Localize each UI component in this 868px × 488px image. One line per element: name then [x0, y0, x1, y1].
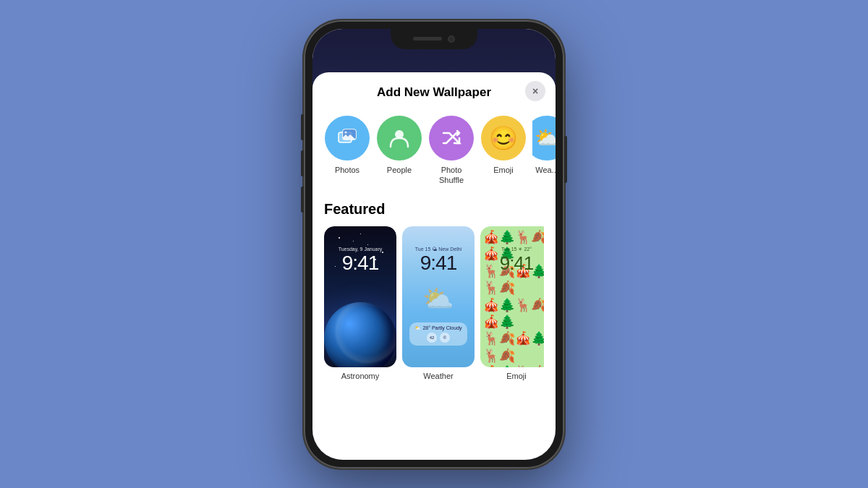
astronomy-time: Tuesday, 9 January 9:41	[324, 247, 396, 273]
astronomy-clock: 9:41	[324, 253, 396, 273]
phone-device: Add New Wallpaper ×	[304, 20, 564, 468]
astronomy-preview: Tuesday, 9 January 9:41 ⛅ 28° Partly Clo…	[324, 226, 396, 367]
emoji-preview: 🎪🌲🦌🍂🎪🌲 🦌🍂🎪🌲🦌🍂 🎪🌲🦌🍂🎪🌲 🦌🍂🎪🌲🦌🍂 🎪🌲🦌🍂🎪🌲 🦌🍂🎪🌲🦌…	[480, 226, 544, 367]
star	[339, 237, 340, 239]
categories-row: Photos People	[312, 110, 556, 197]
weather-temp-widget: ⛅ 28° Partly Cloudy 42 ©	[402, 322, 475, 346]
emoji-icon: 😊	[481, 116, 526, 160]
photo-shuffle-label: PhotoShuffle	[439, 165, 464, 186]
cloud-graphic: ⛅	[409, 284, 467, 314]
emoji-label: Emoji	[493, 165, 514, 175]
modal-header: Add New Wallpaper ×	[312, 72, 556, 110]
weather-date: Tue 15 🌤 New Delhi	[402, 247, 475, 252]
wallpaper-card-emoji[interactable]: 🎪🌲🦌🍂🎪🌲 🦌🍂🎪🌲🦌🍂 🎪🌲🦌🍂🎪🌲 🦌🍂🎪🌲🦌🍂 🎪🌲🦌🍂🎪🌲 🦌🍂🎪🌲🦌…	[480, 226, 544, 380]
emoji-date: Tue 15 ☀ 22°	[480, 247, 544, 252]
weather-label: Wea...	[535, 165, 556, 175]
featured-grid: Tuesday, 9 January 9:41 ⛅ 28° Partly Clo…	[324, 226, 544, 380]
svg-point-3	[345, 131, 347, 133]
people-icon-circle	[377, 116, 422, 160]
close-button[interactable]: ×	[525, 81, 545, 101]
weather-label-card: Weather	[402, 372, 475, 380]
photos-icon	[325, 116, 370, 160]
category-photos[interactable]: Photos	[324, 116, 370, 186]
front-camera	[448, 35, 455, 43]
phone-notch	[391, 29, 477, 49]
star	[360, 234, 361, 234]
category-photo-shuffle[interactable]: PhotoShuffle	[428, 116, 475, 186]
weather-icon: ⛅	[532, 116, 556, 160]
star	[353, 241, 354, 241]
featured-section: Featured	[312, 197, 556, 380]
phone-screen: Add New Wallpaper ×	[312, 29, 556, 460]
modal-title: Add New Wallpaper	[377, 85, 491, 100]
photo-shuffle-icon	[429, 116, 474, 160]
wallpaper-card-astronomy[interactable]: Tuesday, 9 January 9:41 ⛅ 28° Partly Clo…	[324, 226, 396, 380]
people-label: People	[387, 165, 412, 175]
weather-clock: 9:41	[402, 253, 475, 273]
star	[367, 244, 368, 245]
phone-frame: Add New Wallpaper ×	[304, 20, 564, 468]
add-wallpaper-modal: Add New Wallpaper ×	[312, 72, 556, 460]
emoji-label-card: Emoji	[480, 372, 544, 380]
people-svg	[388, 127, 411, 150]
wallpaper-card-weather[interactable]: Tue 15 🌤 New Delhi 9:41 ⛅ ⛅ 28° Partly	[402, 226, 475, 380]
astronomy-label: Astronomy	[324, 372, 396, 380]
astronomy-date: Tuesday, 9 January	[324, 247, 396, 252]
featured-title: Featured	[324, 201, 544, 218]
shuffle-svg	[441, 127, 462, 149]
earth-globe	[324, 302, 396, 367]
photos-svg	[336, 127, 358, 149]
weather-preview: Tue 15 🌤 New Delhi 9:41 ⛅ ⛅ 28° Partly	[402, 226, 475, 367]
speaker	[413, 37, 442, 40]
photos-label: Photos	[335, 165, 359, 175]
category-people[interactable]: People	[376, 116, 422, 186]
category-emoji[interactable]: 😊 Emoji	[480, 116, 527, 186]
emoji-clock: 9:41	[480, 254, 544, 273]
category-weather[interactable]: ⛅ Wea...	[532, 116, 556, 186]
emoji-time: Tue 15 ☀ 22° 9:41	[480, 247, 544, 273]
weather-time: Tue 15 🌤 New Delhi 9:41	[402, 247, 475, 273]
